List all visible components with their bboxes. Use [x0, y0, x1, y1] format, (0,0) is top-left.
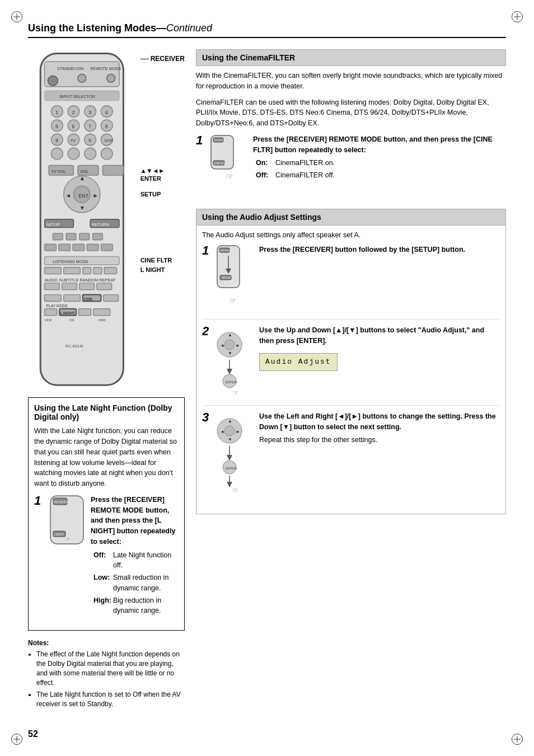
svg-rect-59 — [73, 244, 85, 251]
svg-text:SETUP: SETUP — [46, 222, 60, 227]
svg-text:▲: ▲ — [228, 419, 232, 424]
svg-point-5 — [78, 74, 86, 82]
svg-text:▲: ▲ — [228, 332, 232, 337]
cinema-on-text: CinemaFILTER on. — [275, 158, 335, 168]
svg-point-110 — [224, 340, 235, 350]
svg-rect-60 — [87, 244, 99, 251]
svg-text:◄: ◄ — [220, 343, 224, 348]
svg-rect-61 — [101, 244, 113, 251]
svg-text:L NIGHT: L NIGHT — [54, 533, 64, 536]
svg-text:VCR: VCR — [45, 318, 51, 322]
svg-rect-68 — [104, 267, 116, 274]
notes-list: The effect of the Late Night function de… — [28, 650, 185, 709]
svg-rect-64 — [45, 267, 62, 274]
svg-text:ENTER: ENTER — [226, 467, 237, 470]
svg-text:▼: ▼ — [79, 205, 85, 211]
cinema-step1-number: 1 — [196, 134, 205, 147]
svg-rect-75 — [64, 295, 81, 302]
page-number: 52 — [28, 729, 38, 739]
svg-text:RECEIVER: RECEIVER — [54, 500, 68, 504]
svg-rect-74 — [45, 295, 62, 302]
svg-rect-78 — [104, 295, 119, 302]
audio-step1-image: RECEIVER SETUP ☞ — [216, 245, 255, 313]
svg-text:TV: TV — [71, 138, 76, 143]
audio-step3-image: ▲ ▼ ◄ ► ENTER — [216, 411, 255, 497]
lnf-step1-text: Press the [RECEIVER] REMOTE MODE button,… — [91, 495, 179, 618]
svg-text:SETUP: SETUP — [222, 276, 231, 279]
svg-text:◄: ◄ — [220, 429, 224, 434]
svg-text:4: 4 — [105, 110, 108, 115]
svg-text:6: 6 — [72, 124, 75, 129]
corner-mark-tl — [11, 11, 22, 22]
lnf-step1-number: 1 — [34, 495, 43, 507]
svg-text:▲: ▲ — [79, 175, 85, 181]
right-column: Using the CinemaFILTER With the CinemaFI… — [196, 49, 506, 712]
audio-adjust-content: The Audio Adjust settings only affect sp… — [196, 226, 505, 514]
svg-rect-72 — [79, 283, 95, 290]
svg-text:RECEIVER: RECEIVER — [220, 249, 232, 252]
page: Using the Listening Modes—Continued STAN… — [0, 0, 534, 756]
svg-point-33 — [51, 148, 63, 159]
svg-point-36 — [101, 148, 113, 159]
cinema-off-key: Off: — [256, 170, 273, 181]
svg-text:1: 1 — [55, 110, 58, 115]
svg-point-34 — [68, 148, 79, 159]
svg-point-4 — [48, 76, 58, 86]
svg-text:LISTENING MODE: LISTENING MODE — [53, 259, 88, 264]
cinema-step1-text: Press the [RECEIVER] REMOTE MODE button,… — [253, 134, 506, 182]
svg-rect-84 — [93, 309, 110, 316]
enter-label: ▲▼◄► ENTER — [140, 167, 185, 183]
svg-text:RETURN: RETURN — [92, 222, 109, 227]
svg-text:INPUT SELECTOR: INPUT SELECTOR — [59, 94, 95, 99]
audio-step3: 3 ▲ ▼ ◄ ► — [202, 411, 500, 503]
svg-rect-83 — [78, 309, 91, 316]
svg-text:3: 3 — [88, 110, 91, 115]
note-1: The effect of the Late Night function de… — [36, 650, 185, 687]
audio-step3-sub: Repeat this step for the other settings. — [259, 435, 500, 445]
notes-section: Notes: The effect of the Late Night func… — [28, 639, 185, 709]
svg-text:►: ► — [236, 343, 240, 348]
title-continued: Continued — [166, 22, 212, 34]
svg-text:VOL: VOL — [80, 169, 88, 174]
svg-rect-65 — [64, 267, 81, 274]
cine-fltr-label: CINE FLTR — [140, 257, 185, 264]
svg-rect-67 — [93, 267, 102, 274]
audio-step2: 2 ▲ ▼ ◄ ► — [202, 325, 500, 406]
lnf-step1: 1 RECEIVER L NIGHT ☞ — [34, 495, 179, 618]
audio-adjust-title: Using the Audio Adjust Settings — [196, 209, 505, 226]
setup-label: SETUP — [140, 191, 185, 198]
audio-step3-text: Use the Left and Right [◄]/[►] buttons t… — [259, 411, 500, 445]
svg-rect-57 — [45, 244, 57, 251]
svg-rect-70 — [45, 283, 60, 290]
svg-rect-55 — [79, 233, 90, 240]
svg-text:☞: ☞ — [232, 486, 238, 494]
svg-text:CINE FLTR: CINE FLTR — [214, 162, 227, 165]
svg-point-35 — [85, 148, 96, 159]
audio-adjust-section: Using the Audio Adjust Settings The Audi… — [196, 209, 506, 514]
corner-mark-tr — [512, 11, 523, 22]
l-night-label: L NIGHT — [140, 266, 185, 273]
cinema-filter-section: Using the CinemaFILTER With the CinemaFI… — [196, 49, 506, 198]
left-column: STANDBY/ON REMOTE MODE INPUT SELECTOR 1 … — [28, 49, 185, 712]
svg-point-6 — [107, 74, 115, 82]
svg-text:PLAY MODE: PLAY MODE — [46, 304, 68, 308]
svg-text:◄: ◄ — [65, 192, 71, 199]
svg-rect-66 — [83, 267, 91, 274]
audio-adjust-desc: The Audio Adjust settings only affect sp… — [202, 231, 500, 239]
note-2: The Late Night function is set to Off wh… — [36, 690, 185, 709]
audio-step2-number: 2 — [202, 325, 211, 337]
remote-illustration: STANDBY/ON REMOTE MODE INPUT SELECTOR 1 … — [28, 49, 185, 397]
svg-text:9: 9 — [55, 138, 58, 143]
audio-step1-text: Press the [RECEIVER] button followed by … — [259, 245, 500, 255]
svg-text:7: 7 — [88, 124, 91, 129]
svg-text:L NIGHT: L NIGHT — [60, 311, 75, 315]
svg-rect-56 — [93, 233, 103, 240]
svg-text:►: ► — [236, 429, 240, 434]
svg-rect-54 — [66, 233, 76, 240]
audio-step1-number: 1 — [202, 245, 211, 257]
svg-text:REMOTE MODE: REMOTE MODE — [90, 66, 121, 71]
svg-rect-80 — [45, 309, 57, 316]
late-night-section: Using the Late Night Function (Dolby Dig… — [28, 397, 185, 631]
svg-text:►: ► — [93, 192, 99, 199]
cinema-step1: 1 RECEIVER CINE FLTR ☞ Press the [RECEIV… — [196, 134, 506, 198]
